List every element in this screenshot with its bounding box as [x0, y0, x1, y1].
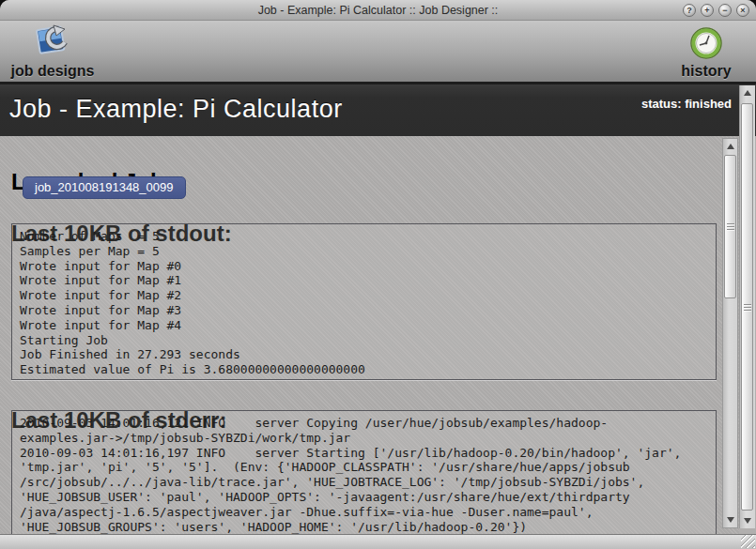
scroll-down-icon [744, 518, 751, 524]
window-scroll-down-button[interactable] [740, 514, 755, 527]
window-scroll-up-button[interactable] [740, 86, 755, 99]
history-icon [670, 23, 743, 63]
toolbar: job designs history [0, 21, 756, 82]
page-header: Job - Example: Pi Calculator status: fin… [0, 84, 756, 136]
window-controls: ? + − × [683, 4, 749, 17]
content-scrollbar[interactable] [722, 138, 738, 528]
content-scroll-down-button[interactable] [723, 513, 737, 526]
window-close-button[interactable]: × [736, 4, 749, 17]
window-help-button[interactable]: ? [683, 4, 696, 17]
window-footer [0, 534, 756, 549]
window-title-bar: Job - Example: Pi Calculator :: Job Desi… [0, 0, 756, 21]
stderr-log: 2010-09-03 14:01:16,121 INFO server Copy… [11, 410, 717, 541]
job-designs-button[interactable]: job designs [8, 23, 98, 80]
status-badge: status: finished [641, 97, 732, 111]
job-designs-icon [8, 23, 98, 63]
content-scroll-up-button[interactable] [723, 140, 737, 153]
resize-grip[interactable] [741, 535, 755, 548]
window-scrollbar[interactable] [739, 85, 755, 528]
window-title: Job - Example: Pi Calculator :: Job Desi… [0, 4, 756, 17]
history-label: history [670, 63, 743, 80]
scroll-up-icon [744, 90, 751, 96]
content-scrollbar-thumb[interactable] [724, 155, 736, 298]
stdout-log: Number of Maps = 5Samples per Map = 5Wro… [11, 223, 717, 380]
window-minimize-button[interactable]: − [718, 4, 732, 17]
window-scrollbar-thumb[interactable] [741, 103, 753, 511]
scrollbar-grip-icon [744, 302, 751, 313]
page-title: Job - Example: Pi Calculator [9, 95, 343, 124]
scroll-up-icon [727, 144, 734, 149]
job-designs-label: job designs [8, 63, 98, 80]
job-id-link[interactable]: job_201008191348_0099 [23, 176, 186, 199]
history-button[interactable]: history [670, 23, 743, 80]
scroll-down-icon [727, 517, 734, 523]
job-designer-window: Job - Example: Pi Calculator :: Job Desi… [0, 0, 756, 549]
window-zoom-button[interactable]: + [701, 4, 714, 17]
scrollbar-grip-icon [727, 221, 734, 232]
